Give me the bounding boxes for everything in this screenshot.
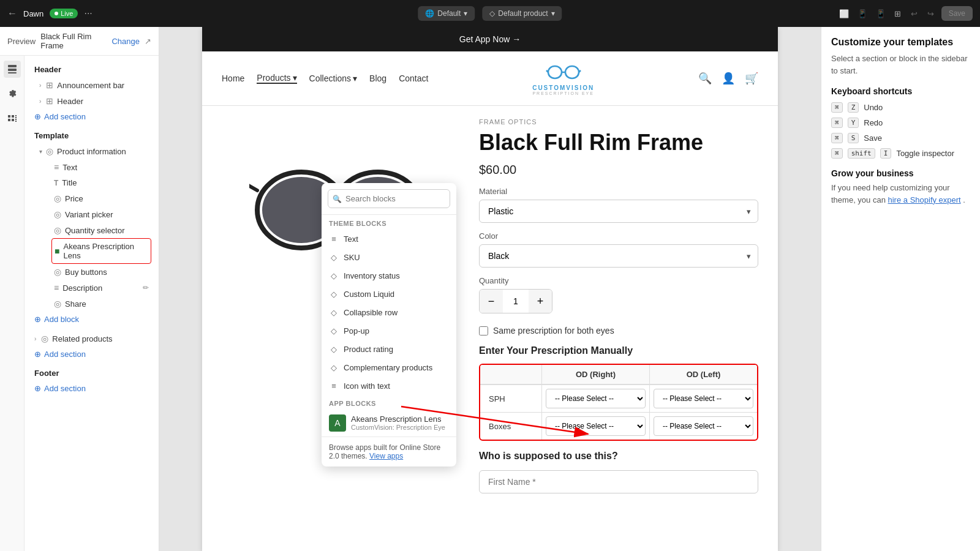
popup-block-icon: ◇ xyxy=(329,326,339,335)
sidebar-item-akeans[interactable]: ■ Akeans Prescription Lens xyxy=(51,238,151,264)
sidebar-item-variant-picker[interactable]: ◎ Variant picker xyxy=(51,206,151,222)
rx-sph-left-select[interactable]: -- Please Select -- xyxy=(654,389,753,408)
save-button[interactable]: Save xyxy=(941,6,973,21)
tablet-icon[interactable]: 📱 xyxy=(855,7,870,21)
nav-products[interactable]: Products ▾ xyxy=(257,73,296,84)
rx-sph-right-cell: -- Please Select -- xyxy=(541,385,649,412)
same-rx-checkbox[interactable] xyxy=(479,326,488,335)
color-select-wrapper: Black xyxy=(479,244,758,268)
kbd-ctrl: ⌘ xyxy=(831,102,843,113)
apps-icon[interactable] xyxy=(4,110,21,127)
layout-icon[interactable]: ⊞ xyxy=(892,7,903,21)
view-apps-link[interactable]: View apps xyxy=(369,452,403,460)
nav-contact[interactable]: Contact xyxy=(399,73,428,83)
sidebar-item-announcement[interactable]: › ⊞ Announcement bar xyxy=(37,77,151,93)
block-item-sku[interactable]: ◇ SKU xyxy=(322,248,456,266)
app-block-icon: A xyxy=(329,414,346,432)
kbd-y: Y xyxy=(848,118,859,128)
block-picker-footer: Browse apps built for Online Store 2.0 t… xyxy=(322,437,456,467)
nav-home[interactable]: Home xyxy=(222,73,244,83)
nav-collections-chevron: ▾ xyxy=(353,73,357,83)
rx-table: OD (Right) OD (Left) SPH -- Please Selec… xyxy=(479,364,758,441)
sidebar-item-related-products[interactable]: › ◎ Related products xyxy=(32,331,151,347)
nav-collections[interactable]: Collections ▾ xyxy=(309,73,357,83)
sku-block-icon: ◇ xyxy=(329,252,339,262)
theme-blocks-section: THEME BLOCKS ≡ Text ◇ SKU ◇ Inventory st… xyxy=(322,215,456,395)
diamond-icon: ◇ xyxy=(489,9,495,18)
app-block-texts: Akeans Prescription Lens CustomVision: P… xyxy=(351,414,445,431)
app-block-akeans[interactable]: A Akeans Prescription Lens CustomVision:… xyxy=(322,410,456,437)
add-block-button[interactable]: ⊕ Add block xyxy=(32,312,151,327)
undo-icon[interactable]: ↩ xyxy=(908,9,920,18)
kbd-i: I xyxy=(880,148,892,159)
template-section-header[interactable]: Template xyxy=(32,128,151,143)
plus-icon4: ⊕ xyxy=(34,384,41,393)
redo-icon[interactable]: ↪ xyxy=(925,9,937,18)
block-item-complementary[interactable]: ◇ Complementary products xyxy=(322,358,456,377)
header-section-header[interactable]: Header xyxy=(32,62,151,77)
search-input-wrapper: 🔍 xyxy=(328,189,450,208)
svg-rect-0 xyxy=(8,65,17,67)
liquid-block-icon: ◇ xyxy=(329,289,339,299)
sidebar-item-title[interactable]: T Title xyxy=(51,175,151,190)
add-footer-section-button[interactable]: ⊕ Add section xyxy=(32,381,151,396)
rx-sph-right-select[interactable]: -- Please Select -- xyxy=(546,389,646,408)
default-button[interactable]: 🌐 Default ▾ xyxy=(418,6,475,21)
desktop-icon[interactable]: ⬜ xyxy=(837,7,851,21)
hire-expert-link[interactable]: hire a Shopify expert xyxy=(888,195,961,204)
more-button[interactable]: ··· xyxy=(84,8,92,19)
cart-icon[interactable]: 🛒 xyxy=(745,72,758,85)
sections-icon[interactable] xyxy=(4,61,21,78)
device-icons: ⬜ 📱 📱 ⊞ xyxy=(837,7,903,21)
grow-desc: If you need help customizing your theme,… xyxy=(831,182,970,206)
add-template-section-button[interactable]: ⊕ Add section xyxy=(32,347,151,362)
preview-scroll[interactable]: Get App Now → Home Products ▾ Collection xyxy=(159,27,821,551)
mobile-icon[interactable]: 📱 xyxy=(873,7,888,21)
color-select[interactable]: Black xyxy=(479,244,758,268)
sidebar-item-description[interactable]: ≡ Description ✏ xyxy=(51,280,151,296)
block-item-icon-text[interactable]: ≡ Icon with text xyxy=(322,377,456,395)
rx-boxes-right-select[interactable]: -- Please Select -- xyxy=(546,416,646,436)
sidebar-item-price[interactable]: ◎ Price xyxy=(51,190,151,206)
qty-plus-button[interactable]: + xyxy=(529,290,552,313)
block-item-rating[interactable]: ◇ Product rating xyxy=(322,340,456,358)
sidebar-item-text[interactable]: ≡ Text xyxy=(51,159,151,175)
block-picker-search: 🔍 xyxy=(322,183,456,215)
block-search-input[interactable] xyxy=(328,189,450,208)
settings-icon[interactable] xyxy=(4,85,21,102)
qty-minus-button[interactable]: − xyxy=(480,290,503,313)
add-header-section-button[interactable]: ⊕ Add section xyxy=(32,109,151,124)
block-item-inventory[interactable]: ◇ Inventory status xyxy=(322,266,456,285)
change-button[interactable]: Change xyxy=(111,37,140,46)
material-label: Material xyxy=(479,187,758,196)
app-block-name: Akeans Prescription Lens xyxy=(351,414,445,424)
default-product-button[interactable]: ◇ Default product ▾ xyxy=(482,6,562,21)
back-icon[interactable]: ← xyxy=(7,8,17,19)
rx-boxes-label: Boxes xyxy=(480,416,541,437)
plus-icon3: ⊕ xyxy=(34,350,41,359)
block-item-collapsible[interactable]: ◇ Collapsible row xyxy=(322,303,456,321)
material-select[interactable]: Plastic xyxy=(479,200,758,223)
shortcut-redo: ⌘ Y Redo xyxy=(831,118,970,128)
sidebar-item-product-info[interactable]: ▾ ◎ Product information xyxy=(37,143,151,159)
account-icon[interactable]: 👤 xyxy=(722,72,735,85)
block-item-popup[interactable]: ◇ Pop-up xyxy=(322,321,456,340)
sidebar-header: Preview Black Full Rim Frame Change ↗ xyxy=(0,27,159,56)
block-item-liquid[interactable]: ◇ Custom Liquid xyxy=(322,285,456,303)
rx-boxes-left-select[interactable]: -- Please Select -- xyxy=(654,416,753,436)
sidebar-item-buy-buttons[interactable]: ◎ Buy buttons xyxy=(51,264,151,280)
product-title: Black Full Rim Frame xyxy=(479,129,758,156)
top-bar-left: ← Dawn Live ··· xyxy=(7,8,92,19)
nav-blog[interactable]: Blog xyxy=(369,73,386,83)
rx-col-right-header: OD (Right) xyxy=(541,365,649,384)
first-name-input[interactable] xyxy=(479,470,758,493)
search-icon[interactable]: 🔍 xyxy=(698,72,712,85)
sidebar-item-header[interactable]: › ⊞ Header xyxy=(37,93,151,109)
sidebar-item-share[interactable]: ◎ Share xyxy=(51,296,151,312)
external-link-icon[interactable]: ↗ xyxy=(145,37,151,46)
sidebar-item-qty-selector[interactable]: ◎ Quantity selector xyxy=(51,222,151,238)
footer-section-header[interactable]: Footer xyxy=(32,365,151,381)
collapsible-block-icon: ◇ xyxy=(329,307,339,317)
inventory-block-icon: ◇ xyxy=(329,271,339,280)
block-item-text[interactable]: ≡ Text xyxy=(322,230,456,248)
